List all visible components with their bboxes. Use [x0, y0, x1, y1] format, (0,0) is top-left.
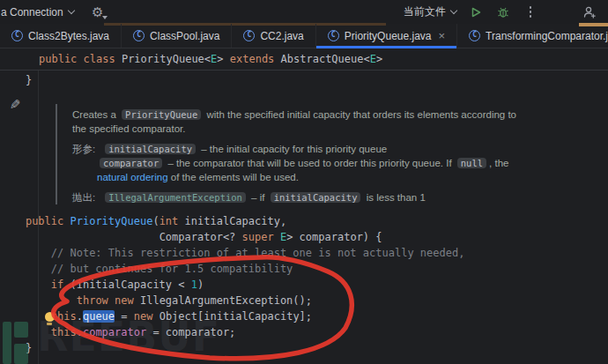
doc-row: 抛出:IllegalArgumentException – if initial…	[72, 190, 549, 204]
token: }	[0, 342, 32, 354]
run-button[interactable]	[468, 4, 484, 20]
doc-link[interactable]: natural ordering	[97, 172, 168, 182]
token: 抛出:	[72, 192, 95, 203]
tab-label: ClassPool.java	[150, 30, 219, 42]
token: new	[134, 310, 153, 323]
token: this	[51, 310, 77, 323]
token: PriorityQueue	[122, 53, 204, 65]
token: 形参:	[72, 144, 95, 154]
chevron-down-icon	[450, 7, 457, 14]
token: Creates a	[72, 109, 119, 120]
token: – the comparator that will be used to or…	[165, 158, 455, 168]
code-line: Comparator<? super E> comparator) {	[0, 229, 464, 245]
doc-row: the specified comparator.	[72, 122, 549, 136]
token: if	[51, 279, 63, 291]
java-class-icon	[328, 30, 339, 41]
token: <?	[223, 231, 242, 243]
kebab-menu-icon	[530, 6, 532, 18]
editor-tab-cc2-java[interactable]: CC2.java	[232, 24, 315, 48]
java-class-icon	[133, 30, 145, 41]
token: Object[initialCapacity];	[152, 310, 312, 323]
rendered-javadoc: Creates a PriorityQueue with the specifi…	[56, 104, 549, 204]
run-mode-selector[interactable]: 当前文件	[404, 4, 456, 19]
code-line: // but continues for 1.5 compatibility	[0, 261, 464, 277]
token: this	[51, 326, 77, 338]
code-line: // Note: This restriction of at least on…	[0, 245, 464, 261]
token: =	[115, 310, 134, 323]
code-line: public PriorityQueue(int initialCapacity…	[0, 213, 464, 229]
token: super	[242, 231, 274, 243]
token: – if	[248, 192, 268, 203]
token: null	[457, 158, 486, 168]
token: IllegalArgumentException();	[140, 294, 312, 307]
token: 1	[191, 279, 197, 291]
run-configuration-selector[interactable]: a Connection	[0, 4, 78, 20]
token	[0, 263, 51, 275]
token: public class	[39, 53, 122, 65]
token: }	[0, 74, 32, 86]
token: queue	[83, 310, 115, 323]
code-editor[interactable]: } Creates a PriorityQueue with the speci…	[0, 71, 608, 364]
token: comparator	[100, 158, 162, 168]
bug-icon	[497, 6, 509, 19]
token: public	[26, 215, 70, 227]
token: AbstractQueue	[281, 53, 364, 65]
editor-tab-classpool-java[interactable]: ClassPool.java	[122, 24, 232, 48]
doc-row: Creates a PriorityQueue with the specifi…	[72, 108, 549, 122]
java-class-icon	[11, 30, 23, 41]
token: throw new	[77, 294, 140, 307]
token	[0, 247, 51, 259]
tab-label: Class2Bytes.java	[28, 30, 109, 42]
editor-tab-class2bytes-java[interactable]: Class2Bytes.java	[0, 24, 122, 48]
token: PriorityQueue	[122, 109, 201, 120]
editor-tab-bar: Class2Bytes.javaClassPool.javaCC2.javaPr…	[0, 24, 608, 48]
more-actions-button[interactable]	[523, 4, 538, 20]
token: = comparator;	[146, 326, 235, 338]
token: E	[370, 53, 376, 65]
token	[0, 215, 26, 227]
doc-row: natural ordering of the elements will be…	[72, 170, 549, 184]
token: <	[363, 53, 369, 65]
token: initialCapacity	[271, 192, 361, 203]
token: // but continues for 1.5 compatibility	[51, 263, 293, 275]
token	[0, 231, 159, 243]
edit-javadoc-pencil-icon[interactable]	[10, 97, 21, 113]
code-line: if (initialCapacity < 1)	[0, 277, 464, 293]
doc-row: 形参:initialCapacity – the initial capacit…	[72, 142, 549, 156]
code-line: }	[0, 72, 32, 88]
intention-bulb-icon[interactable]	[44, 312, 55, 325]
chevron-down-icon	[67, 7, 74, 14]
doc-row: comparator – the comparator that will be…	[72, 156, 549, 170]
token: >	[376, 53, 382, 65]
tab-label: PriorityQueue.java	[345, 30, 432, 42]
token: of the elements will be used.	[168, 172, 299, 182]
main-toolbar: a Connection 当前文件	[0, 0, 608, 24]
sticky-header: public class PriorityQueue<E> extends Ab…	[0, 48, 608, 71]
token: // Note: This restriction of at least on…	[51, 247, 465, 259]
close-icon[interactable]	[439, 30, 446, 41]
class-declaration-line: public class PriorityQueue<E> extends Ab…	[0, 53, 382, 65]
settings-gear-icon[interactable]	[90, 4, 106, 20]
token: (initialCapacity <	[63, 279, 191, 291]
run-configuration-label: a Connection	[1, 6, 63, 19]
token: IllegalArgumentException	[105, 192, 246, 203]
debug-button[interactable]	[495, 4, 511, 20]
editor-tab-priorityqueue-java[interactable]: PriorityQueue.java	[316, 24, 457, 48]
token: extends	[230, 53, 281, 65]
editor-tab-transformingcomparator-java[interactable]: TransformingComparator.java	[457, 24, 608, 48]
code-line: this.comparator = comparator;	[0, 324, 464, 340]
token: comparator	[83, 326, 146, 338]
add-user-icon	[582, 5, 597, 19]
code-lines-above-doc: }	[0, 72, 32, 88]
token	[274, 231, 280, 243]
java-class-icon	[243, 30, 255, 41]
token: > comparator) {	[286, 231, 382, 243]
code-with-me-button[interactable]	[582, 4, 597, 20]
token: – the initial capacity for this priority…	[198, 144, 387, 154]
code-lines-constructor: public PriorityQueue(int initialCapacity…	[0, 213, 464, 356]
token: .	[77, 326, 83, 338]
token: with the specified initial capacity that…	[204, 109, 516, 120]
play-icon	[470, 6, 482, 19]
token: int	[159, 215, 179, 227]
token: PriorityQueue	[70, 215, 152, 227]
